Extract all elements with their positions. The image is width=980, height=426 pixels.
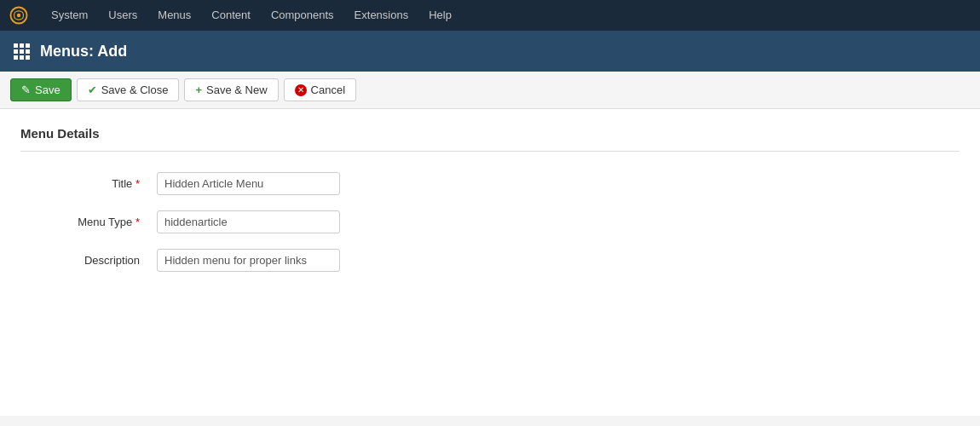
menu-type-required: * — [135, 216, 140, 228]
description-input[interactable] — [157, 249, 340, 272]
description-label: Description — [20, 254, 157, 267]
title-field-group: Title * — [20, 172, 960, 195]
save-label: Save — [35, 83, 61, 96]
svg-point-1 — [17, 14, 20, 17]
title-input[interactable] — [157, 172, 340, 195]
page-header: Menus: Add — [0, 31, 980, 72]
menu-type-field-group: Menu Type * — [20, 210, 960, 233]
menu-grid-icon — [14, 43, 30, 60]
nav-menus[interactable]: Menus — [147, 0, 201, 31]
toolbar: ✎ Save ✔ Save & Close + Save & New ✕ Can… — [0, 72, 980, 109]
joomla-logo — [7, 3, 31, 27]
save-new-label: Save & New — [206, 83, 268, 96]
save-close-label: Save & Close — [101, 83, 169, 96]
description-field-group: Description — [20, 249, 960, 272]
cancel-icon: ✕ — [295, 84, 307, 96]
nav-users[interactable]: Users — [98, 0, 147, 31]
top-navigation: System Users Menus Content Components Ex… — [0, 0, 980, 31]
nav-help[interactable]: Help — [418, 0, 462, 31]
nav-system[interactable]: System — [41, 0, 98, 31]
section-title: Menu Details — [20, 126, 960, 152]
nav-components[interactable]: Components — [261, 0, 344, 31]
menu-type-label: Menu Type * — [20, 216, 157, 228]
title-label: Title * — [20, 177, 157, 190]
save-icon: ✎ — [21, 83, 31, 96]
menu-type-input[interactable] — [157, 210, 340, 233]
page-title: Menus: Add — [40, 43, 127, 60]
cancel-button[interactable]: ✕ Cancel — [284, 78, 356, 101]
title-required: * — [135, 177, 140, 190]
save-button[interactable]: ✎ Save — [10, 78, 72, 101]
save-close-button[interactable]: ✔ Save & Close — [77, 78, 180, 101]
main-nav: System Users Menus Content Components Ex… — [41, 0, 462, 31]
nav-content[interactable]: Content — [201, 0, 261, 31]
plus-icon: + — [195, 83, 202, 96]
cancel-label: Cancel — [311, 83, 345, 96]
nav-extensions[interactable]: Extensions — [344, 0, 419, 31]
main-content: Menu Details Title * Menu Type * Descrip… — [0, 109, 980, 416]
save-new-button[interactable]: + Save & New — [184, 78, 278, 101]
check-icon: ✔ — [88, 83, 97, 96]
